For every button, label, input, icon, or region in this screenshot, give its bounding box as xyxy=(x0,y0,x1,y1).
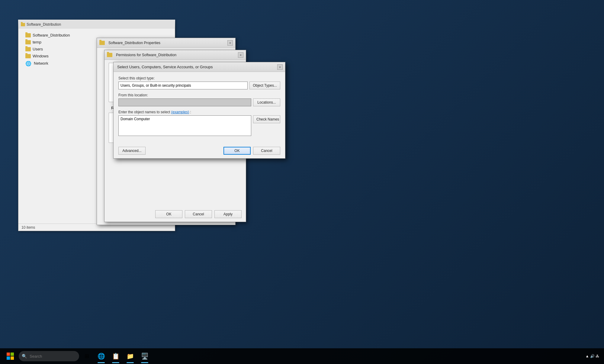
permissions-dialog-title: Permissions for Software_Distribution xyxy=(116,53,176,57)
advanced-button[interactable]: Advanced... xyxy=(118,147,146,155)
start-button[interactable] xyxy=(2,348,18,364)
item-name: Network xyxy=(34,61,48,66)
colon-text: : xyxy=(190,110,191,114)
task-icon: 📋 xyxy=(112,353,120,360)
permissions-dialog-titlebar: Permissions for Software_Distribution × xyxy=(104,50,246,60)
permissions-footer: OK Cancel Apply xyxy=(109,210,242,218)
select-users-title: Select Users, Computers, Service Account… xyxy=(117,65,213,69)
select-users-close-button[interactable]: × xyxy=(277,64,283,70)
folder-icon-perms xyxy=(107,53,112,57)
folder-icon xyxy=(25,47,31,51)
object-type-row: Object Types... xyxy=(118,82,280,89)
select-users-footer: Advanced... OK Cancel xyxy=(118,147,280,155)
file-explorer-title: Software_Distribution xyxy=(27,22,61,27)
object-type-input[interactable] xyxy=(118,82,248,89)
ie-icon: 🌐 xyxy=(98,353,105,360)
select-users-body: Select this object type: Object Types...… xyxy=(114,72,285,144)
explorer-icon: 📁 xyxy=(127,353,134,360)
object-type-group: Select this object type: Object Types... xyxy=(118,76,280,89)
taskbar-explorer-icon[interactable]: 📁 xyxy=(123,348,137,364)
object-type-label: Select this object type: xyxy=(118,76,280,80)
folder-icon xyxy=(25,33,31,37)
properties-close-button[interactable]: × xyxy=(227,40,233,46)
select-users-titlebar: Select Users, Computers, Service Account… xyxy=(114,62,285,72)
location-input[interactable] xyxy=(118,98,251,106)
object-types-button[interactable]: Object Types... xyxy=(249,82,280,89)
desktop: Software_Distribution Software_Distribut… xyxy=(0,0,604,364)
select-users-dialog: Select Users, Computers, Service Account… xyxy=(113,62,285,159)
location-row: Locations... xyxy=(118,98,280,106)
properties-dialog-titlebar: Software_Distribution Properties × xyxy=(97,38,235,48)
ok-button[interactable]: OK xyxy=(223,147,251,155)
file-explorer-titlebar: Software_Distribution xyxy=(18,20,175,29)
server-icon: 🖥️ xyxy=(141,353,149,360)
item-name: Users xyxy=(33,47,43,51)
taskbar-right: ▲ 🔊 🖧 xyxy=(585,354,602,358)
taskbar-taskmanager-icon[interactable]: 📋 xyxy=(109,348,123,364)
item-name: Software_Distribution xyxy=(33,33,70,37)
taskbar-search-wrapper xyxy=(19,351,79,361)
check-names-button[interactable]: Check Names xyxy=(253,115,280,123)
permissions-cancel-button[interactable]: Cancel xyxy=(185,210,212,218)
item-name: Windows xyxy=(33,54,49,58)
examples-link[interactable]: (examples) xyxy=(171,110,189,114)
permissions-ok-button[interactable]: OK xyxy=(155,210,182,218)
object-names-row: Check Names xyxy=(118,115,280,136)
item-name: temp xyxy=(33,40,41,44)
taskbar-search-input[interactable] xyxy=(19,351,79,361)
cancel-button[interactable]: Cancel xyxy=(253,147,280,155)
network-icon: 🌐 xyxy=(25,61,31,66)
object-names-label-text: Enter the object names to select xyxy=(118,110,170,114)
taskbar-ie-icon[interactable]: 🌐 xyxy=(94,348,108,364)
folder-icon xyxy=(25,54,31,58)
taskbar-task-view[interactable]: ⊞ xyxy=(80,348,94,364)
object-names-textarea[interactable] xyxy=(118,115,251,136)
status-text: 10 items xyxy=(21,225,35,230)
windows-logo-icon xyxy=(7,353,14,360)
footer-right: OK Cancel xyxy=(223,147,280,155)
taskbar-server-icon[interactable]: 🖥️ xyxy=(138,348,152,364)
object-names-group: Enter the object names to select (exampl… xyxy=(118,110,280,136)
clock: ▲ 🔊 🖧 xyxy=(585,354,599,358)
permissions-apply-button[interactable]: Apply xyxy=(214,210,242,218)
folder-icon-small xyxy=(21,23,25,26)
properties-dialog-title: Software_Distribution Properties xyxy=(108,41,160,45)
location-label: From this location: xyxy=(118,93,280,97)
location-group: From this location: Locations... xyxy=(118,93,280,106)
locations-button[interactable]: Locations... xyxy=(253,98,280,106)
folder-icon-title xyxy=(99,41,105,45)
permissions-title-left: Permissions for Software_Distribution xyxy=(107,53,176,57)
taskbar: ⊞ 🌐 📋 📁 🖥️ ▲ 🔊 🖧 xyxy=(0,348,604,364)
folder-icon xyxy=(25,40,31,44)
properties-title-left: Software_Distribution Properties xyxy=(99,41,160,45)
permissions-close-button[interactable]: × xyxy=(238,52,243,58)
object-names-label: Enter the object names to select (exampl… xyxy=(118,110,280,114)
